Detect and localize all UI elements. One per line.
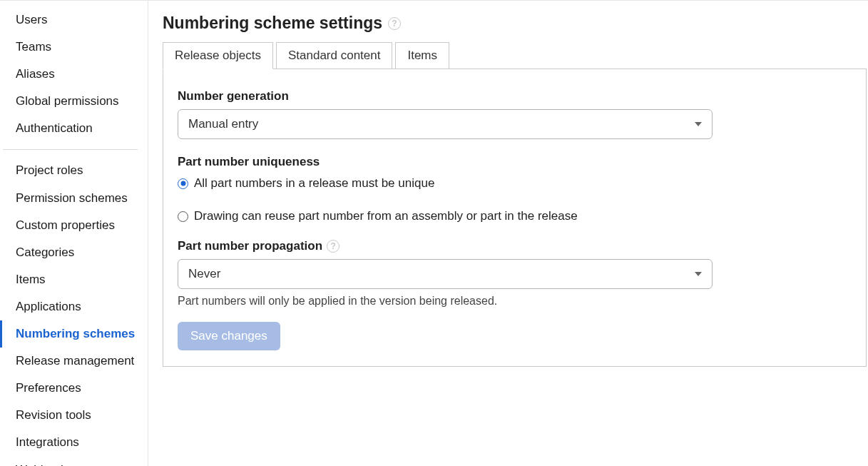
number-generation-label: Number generation [178, 89, 852, 103]
part-number-propagation-select[interactable]: Never [178, 259, 713, 289]
help-icon[interactable]: ? [388, 17, 401, 30]
tab-items[interactable]: Items [395, 42, 449, 69]
sidebar-item-custom-properties[interactable]: Custom properties [0, 212, 148, 239]
save-changes-button[interactable]: Save changes [178, 322, 280, 350]
uniqueness-option-reuse-label: Drawing can reuse part number from an as… [194, 209, 578, 223]
sidebar-item-revision-tools[interactable]: Revision tools [0, 402, 148, 429]
page-title: Numbering scheme settings [163, 14, 382, 33]
part-number-propagation-label: Part number propagation ? [178, 239, 852, 253]
sidebar-item-applications[interactable]: Applications [0, 293, 148, 320]
radio-input-unique[interactable] [178, 178, 188, 189]
sidebar-item-teams[interactable]: Teams [0, 34, 148, 61]
sidebar-item-numbering-schemes[interactable]: Numbering schemes [0, 320, 148, 348]
sidebar-item-authentication[interactable]: Authentication [0, 115, 148, 142]
sidebar-divider [3, 149, 138, 150]
number-generation-select[interactable]: Manual entry [178, 109, 713, 139]
sidebar-item-release-management[interactable]: Release management [0, 348, 148, 375]
sidebar: Users Teams Aliases Global permissions A… [0, 0, 148, 466]
propagation-label-text: Part number propagation [178, 239, 322, 253]
sidebar-item-items[interactable]: Items [0, 266, 148, 293]
chevron-down-icon [695, 272, 702, 276]
radio-input-reuse[interactable] [178, 211, 188, 222]
sidebar-item-integrations[interactable]: Integrations [0, 429, 148, 456]
sidebar-item-users[interactable]: Users [0, 6, 148, 34]
part-number-propagation-value: Never [188, 267, 220, 281]
sidebar-item-project-roles[interactable]: Project roles [0, 157, 148, 184]
sidebar-item-webhooks[interactable]: Webhooks [0, 457, 148, 467]
main-content: Numbering scheme settings ? Release obje… [148, 0, 868, 466]
settings-panel: Number generation Manual entry Part numb… [163, 69, 867, 367]
chevron-down-icon [695, 122, 702, 126]
sidebar-item-aliases[interactable]: Aliases [0, 61, 148, 88]
propagation-hint: Part numbers will only be applied in the… [178, 295, 852, 308]
tabs: Release objects Standard content Items [163, 41, 867, 69]
sidebar-item-permission-schemes[interactable]: Permission schemes [0, 185, 148, 212]
part-number-uniqueness-label: Part number uniqueness [178, 155, 852, 169]
tab-standard-content[interactable]: Standard content [276, 42, 392, 69]
sidebar-item-preferences[interactable]: Preferences [0, 375, 148, 402]
uniqueness-option-unique[interactable]: All part numbers in a release must be un… [178, 176, 434, 191]
tab-release-objects[interactable]: Release objects [163, 42, 273, 69]
sidebar-item-global-permissions[interactable]: Global permissions [0, 88, 148, 115]
uniqueness-option-reuse[interactable]: Drawing can reuse part number from an as… [178, 209, 578, 223]
sidebar-item-categories[interactable]: Categories [0, 239, 148, 266]
number-generation-value: Manual entry [188, 117, 258, 131]
uniqueness-option-unique-label: All part numbers in a release must be un… [194, 176, 434, 191]
help-icon[interactable]: ? [327, 240, 339, 253]
